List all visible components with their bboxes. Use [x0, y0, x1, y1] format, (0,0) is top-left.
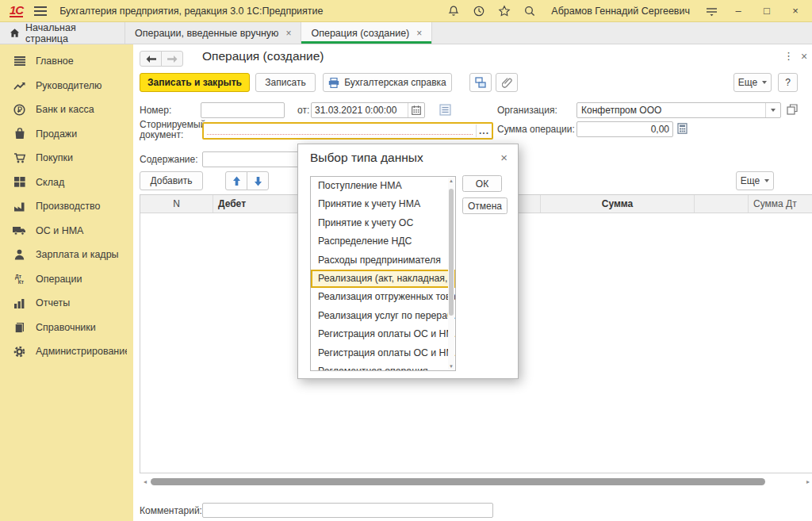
- list-item[interactable]: Принятие к учету НМА: [311, 195, 455, 213]
- sidebar-item-sklad[interactable]: Склад: [0, 170, 127, 195]
- favorites-icon[interactable]: [497, 4, 511, 18]
- forward-button[interactable]: [161, 51, 183, 67]
- save-close-button[interactable]: Записать и закрыть: [140, 73, 250, 92]
- more-button-toolbar[interactable]: Еще: [733, 73, 772, 92]
- shopping-bag-icon: [13, 128, 26, 140]
- titlebar: 1С Бухгалтерия предприятия, редакция 3.0…: [0, 0, 812, 22]
- sidebar-item-zarplata-kadry[interactable]: Зарплата и кадры: [0, 243, 127, 267]
- tab-operation-create[interactable]: Операция (создание) ×: [301, 22, 432, 44]
- dialog-close-icon[interactable]: ×: [500, 151, 508, 164]
- chevron-down-icon: [762, 81, 767, 84]
- storno-document-field[interactable]: ...: [202, 122, 493, 140]
- list-item[interactable]: Регистрация оплаты ОС и НМ...: [311, 344, 455, 362]
- paperclip-icon: [502, 77, 512, 88]
- list-item[interactable]: Поступление НМА: [311, 177, 455, 195]
- document-list-icon[interactable]: [439, 104, 451, 116]
- combo-dropdown-icon[interactable]: [765, 103, 780, 117]
- calculator-icon[interactable]: [677, 123, 688, 134]
- organization-combo[interactable]: [576, 102, 781, 118]
- list-item[interactable]: Реализация услуг по перераб...: [311, 307, 455, 325]
- number-input[interactable]: [201, 102, 285, 118]
- sidebar-item-administrirovanie[interactable]: Администрирование: [0, 339, 127, 364]
- column-header-empty[interactable]: [695, 195, 749, 213]
- move-up-button[interactable]: [225, 171, 247, 190]
- maximize-icon[interactable]: □: [758, 5, 776, 17]
- organization-input[interactable]: [577, 105, 765, 116]
- sidebar-item-pokupki[interactable]: Покупки: [0, 146, 127, 170]
- tab-home[interactable]: Начальная страница: [0, 22, 125, 44]
- column-header-summa-dt[interactable]: Сумма Дт: [749, 195, 812, 213]
- scrollbar-thumb[interactable]: [449, 189, 454, 316]
- scroll-right-icon[interactable]: ▸: [802, 478, 812, 485]
- sidebar-item-prodazhi[interactable]: Продажи: [0, 122, 127, 147]
- tab-label: Операции, введенные вручную: [135, 28, 278, 39]
- date-field[interactable]: [311, 102, 425, 118]
- ok-button[interactable]: ОК: [462, 175, 502, 192]
- scroll-left-icon[interactable]: ◂: [140, 478, 151, 485]
- calendar-icon[interactable]: [408, 103, 424, 117]
- sidebar-item-otchety[interactable]: Отчеты: [0, 291, 127, 316]
- choose-button[interactable]: ...: [476, 125, 492, 137]
- horizontal-scrollbar[interactable]: ◂ ▸: [140, 477, 812, 486]
- save-button[interactable]: Записать: [255, 73, 316, 92]
- comment-label: Комментарий:: [140, 505, 202, 516]
- printer-icon: [328, 78, 339, 88]
- organization-label: Организация:: [497, 105, 557, 116]
- service-menu-icon[interactable]: [704, 4, 718, 18]
- sidebar-item-rukovoditelyu[interactable]: Руководителю: [0, 74, 127, 98]
- sidebar-item-operacii[interactable]: Дт Кт Операции: [0, 267, 127, 292]
- add-row-button[interactable]: Добавить: [140, 171, 203, 190]
- books-icon: [13, 321, 26, 334]
- sidebar-item-spravochniki[interactable]: Справочники: [0, 316, 127, 340]
- scroll-up-icon[interactable]: ▲: [448, 178, 454, 183]
- list-item[interactable]: Реализация отгруженных това...: [311, 288, 455, 306]
- scrollbar-thumb[interactable]: [151, 478, 765, 485]
- list-item[interactable]: Регистрация оплаты ОС и НМ...: [311, 325, 455, 343]
- date-input[interactable]: [312, 105, 408, 116]
- current-user[interactable]: Абрамов Геннадий Сергеевич: [551, 6, 690, 17]
- trend-icon: [13, 79, 26, 92]
- document-structure-button[interactable]: [469, 73, 492, 92]
- close-form-icon[interactable]: ×: [801, 50, 807, 63]
- list-item[interactable]: Принятие к учету ОС: [311, 214, 455, 232]
- close-tab-icon[interactable]: ×: [285, 28, 291, 39]
- help-button[interactable]: ?: [778, 73, 798, 92]
- back-button[interactable]: [140, 51, 162, 67]
- list-vertical-scrollbar[interactable]: ▲ ▼: [448, 178, 454, 370]
- cancel-button[interactable]: Отмена: [462, 197, 508, 214]
- factory-icon: [13, 200, 26, 213]
- close-tab-icon[interactable]: ×: [416, 28, 422, 39]
- history-icon[interactable]: [472, 4, 486, 18]
- list-item[interactable]: Расходы предпринимателя: [311, 251, 455, 270]
- main-menu-icon[interactable]: [34, 6, 47, 16]
- attachments-button[interactable]: [496, 73, 518, 92]
- tab-manual-operations[interactable]: Операции, введенные вручную ×: [125, 22, 301, 44]
- list-item[interactable]: Распределение НДС: [311, 232, 455, 251]
- operation-sum-input[interactable]: [576, 121, 673, 137]
- sidebar-item-proizvodstvo[interactable]: Производство: [0, 194, 127, 219]
- accounting-reference-button[interactable]: Бухгалтерская справка: [323, 73, 452, 92]
- kebab-menu-icon[interactable]: ⋮: [783, 50, 794, 62]
- column-header-summa[interactable]: Сумма: [541, 195, 695, 213]
- search-icon[interactable]: [523, 4, 537, 18]
- list-item-selected[interactable]: Реализация (акт, накладная, У...: [311, 270, 455, 288]
- sidebar-item-glavnoe[interactable]: Главное: [0, 49, 127, 74]
- data-type-list[interactable]: Поступление НМА Принятие к учету НМА При…: [310, 176, 456, 371]
- sidebar-item-bank-kassa[interactable]: Банк и касса: [0, 98, 127, 122]
- storage-grid-icon: [13, 176, 26, 189]
- number-label: Номер:: [140, 105, 171, 116]
- more-button-grid[interactable]: Еще: [736, 171, 774, 190]
- list-item[interactable]: Регламентная операция: [311, 362, 455, 371]
- sidebar-item-os-nma[interactable]: ОС и НМА: [0, 219, 127, 243]
- dialog-title: Выбор типа данных: [310, 151, 423, 165]
- scroll-down-icon[interactable]: ▼: [448, 364, 454, 369]
- notifications-icon[interactable]: [446, 4, 461, 18]
- open-item-icon[interactable]: [787, 104, 798, 115]
- move-down-button[interactable]: [247, 171, 269, 190]
- data-type-dialog: Выбор типа данных × Поступление НМА Прин…: [297, 144, 519, 379]
- minimize-icon[interactable]: –: [730, 5, 747, 17]
- close-window-icon[interactable]: ×: [787, 5, 804, 17]
- chevron-down-icon: [764, 179, 769, 182]
- comment-input[interactable]: [202, 503, 493, 518]
- column-header-n[interactable]: N: [140, 195, 213, 213]
